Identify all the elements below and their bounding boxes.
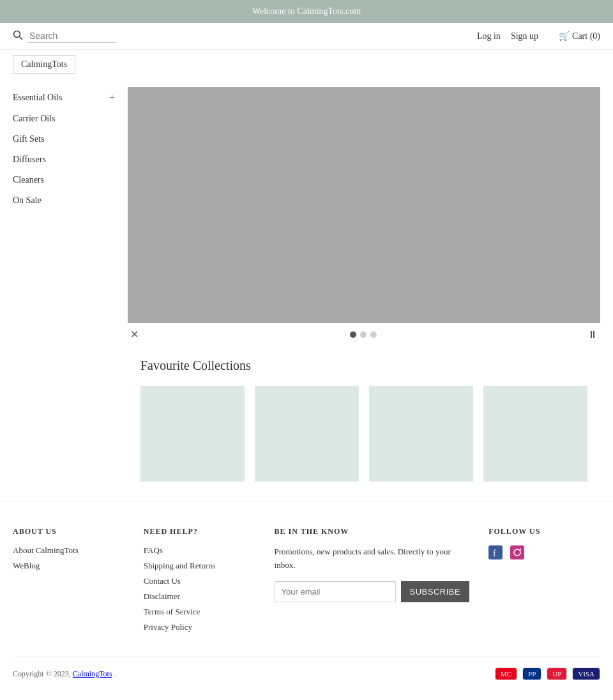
footer-know-heading: BE IN THE KNOW <box>275 527 470 536</box>
sidebar-item-label: On Sale <box>13 195 42 205</box>
search-form <box>13 29 116 43</box>
footer-link-faqs[interactable]: FAQs <box>144 545 163 555</box>
collection-card-2[interactable] <box>255 386 359 482</box>
sidebar-item-cleaners[interactable]: Cleaners <box>13 170 115 190</box>
footer-link-shipping[interactable]: Shipping and Returns <box>144 561 216 570</box>
footer-link-tos[interactable]: Terms of Service <box>144 607 201 616</box>
hero-dot-2[interactable] <box>360 331 367 338</box>
paypal-icon: PP <box>522 667 541 680</box>
footer-link-privacy[interactable]: Privacy Policy <box>144 622 192 632</box>
hero-dots <box>350 331 377 338</box>
footer-know-text: Promotions, new products and sales. Dire… <box>275 545 470 572</box>
logo[interactable]: CalmingTots <box>13 55 75 74</box>
footer-link-about-calmingtots[interactable]: About CalmingTots <box>13 545 79 555</box>
footer-know: BE IN THE KNOW Promotions, new products … <box>275 527 470 637</box>
sidebar-item-label: Essential Oils <box>13 93 62 103</box>
top-banner: Welcome to CalmingTots.com <box>0 0 613 23</box>
hero-dot-3[interactable] <box>370 331 377 338</box>
login-link[interactable]: Log in <box>477 31 501 42</box>
mastercard-icon: MC <box>495 667 517 680</box>
footer: ABOUT US About CalmingTots WeBlog NEED H… <box>0 501 613 693</box>
social-icons: f <box>488 545 600 559</box>
visa-icon: VISA <box>572 667 600 680</box>
sidebar-item-label: Cleaners <box>13 175 44 185</box>
svg-rect-4 <box>510 545 524 559</box>
footer-help: NEED HELP? FAQs Shipping and Returns Con… <box>144 527 255 637</box>
cart-icon: 🛒 <box>559 31 570 42</box>
instagram-icon[interactable] <box>510 545 524 559</box>
facebook-icon[interactable]: f <box>488 545 503 559</box>
footer-grid: ABOUT US About CalmingTots WeBlog NEED H… <box>13 527 600 637</box>
sidebar-nav: Essential Oils + Carrier Oils Gift Sets … <box>13 87 115 211</box>
payment-icons: MC PP UP VISA <box>495 667 600 680</box>
email-input[interactable] <box>275 581 396 602</box>
plus-icon: + <box>109 92 115 103</box>
header-nav: Log in Sign up 🛒 Cart (0) <box>477 31 600 42</box>
footer-bottom: Copyright © 2023, CalmingTots . MC PP UP… <box>13 657 600 680</box>
cart-link[interactable]: 🛒 Cart (0) <box>559 31 600 42</box>
collection-card-3[interactable] <box>369 386 473 482</box>
sidebar-item-label: Carrier Oils <box>13 114 55 123</box>
search-input[interactable] <box>27 29 116 43</box>
collections-grid <box>140 386 587 482</box>
sidebar-item-gift-sets[interactable]: Gift Sets <box>13 129 115 149</box>
footer-about-heading: ABOUT US <box>13 527 125 536</box>
sidebar-item-diffusers[interactable]: Diffusers <box>13 149 115 170</box>
hero-dot-1[interactable] <box>350 331 356 338</box>
sidebar-item-label: Diffusers <box>13 155 46 164</box>
subscribe-button[interactable]: SUBSCRIBE <box>401 581 470 602</box>
hero-section: ✕ ⏸ <box>128 87 600 346</box>
footer-link-weblog[interactable]: WeBlog <box>13 561 40 570</box>
footer-link-disclaimer[interactable]: Disclaimer <box>144 591 180 601</box>
main-layout: Essential Oils + Carrier Oils Gift Sets … <box>0 74 613 501</box>
hero-controls: ✕ ⏸ <box>128 323 600 346</box>
footer-follow: FOLLOW US f <box>488 527 600 637</box>
footer-help-links: FAQs Shipping and Returns Contact Us Dis… <box>144 545 255 632</box>
unionpay-icon: UP <box>547 667 567 680</box>
footer-about-links: About CalmingTots WeBlog <box>13 545 125 571</box>
banner-text: Welcome to CalmingTots.com <box>252 6 361 16</box>
footer-about: ABOUT US About CalmingTots WeBlog <box>13 527 125 637</box>
copyright-text: Copyright © 2023, CalmingTots . <box>13 669 116 679</box>
signup-link[interactable]: Sign up <box>511 31 538 42</box>
logo-text: CalmingTots <box>21 59 67 69</box>
collections-section: Favourite Collections <box>128 346 600 501</box>
sidebar-item-carrier-oils[interactable]: Carrier Oils <box>13 109 115 129</box>
email-subscribe: SUBSCRIBE <box>275 581 470 602</box>
hero-image <box>128 87 600 323</box>
footer-link-contact[interactable]: Contact Us <box>144 576 181 586</box>
hero-prev-button[interactable]: ✕ <box>128 328 141 340</box>
hero-pause-button[interactable]: ⏸ <box>585 329 600 340</box>
svg-line-1 <box>20 36 23 40</box>
svg-point-6 <box>520 549 521 550</box>
search-icon[interactable] <box>13 30 23 43</box>
footer-brand-link[interactable]: CalmingTots <box>73 669 112 678</box>
footer-help-heading: NEED HELP? <box>144 527 255 536</box>
footer-follow-heading: FOLLOW US <box>488 527 600 536</box>
header: Log in Sign up 🛒 Cart (0) <box>0 23 613 50</box>
sidebar-item-on-sale[interactable]: On Sale <box>13 190 115 211</box>
sidebar-item-essential-oils[interactable]: Essential Oils + <box>13 87 115 109</box>
sidebar: Essential Oils + Carrier Oils Gift Sets … <box>0 74 128 501</box>
sidebar-item-label: Gift Sets <box>13 134 44 144</box>
logo-bar: CalmingTots <box>0 50 613 74</box>
svg-text:f: f <box>493 549 496 558</box>
collection-card-1[interactable] <box>140 386 245 482</box>
cart-label: Cart (0) <box>572 31 600 42</box>
collection-card-4[interactable] <box>483 386 587 482</box>
right-content: ✕ ⏸ Favourite Collections <box>128 74 613 501</box>
svg-point-0 <box>14 31 20 37</box>
collections-title: Favourite Collections <box>140 358 587 373</box>
